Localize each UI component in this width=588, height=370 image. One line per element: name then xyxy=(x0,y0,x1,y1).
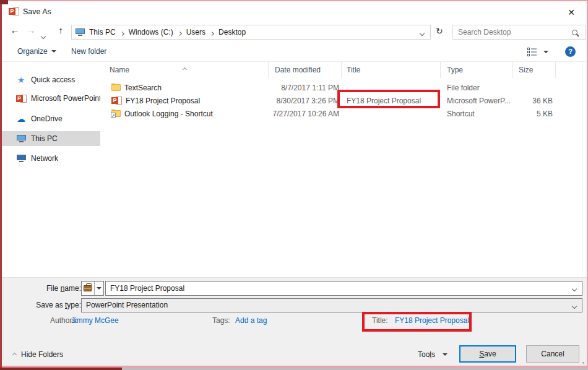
file-name-text: Outlook Logging - Shortcut xyxy=(124,110,213,118)
file-title-cell: FY18 Project Proposal xyxy=(342,97,441,105)
address-dropdown-chevron-icon[interactable] xyxy=(420,27,424,38)
file-date-cell: 8/30/2017 3:26 PM xyxy=(269,97,342,105)
column-header-date-modified[interactable]: Date modified xyxy=(269,62,342,78)
recent-locations-chevron-icon[interactable] xyxy=(41,30,45,41)
save-button[interactable]: Save xyxy=(459,345,516,363)
breadcrumb-separator-icon xyxy=(210,27,214,38)
column-header-title[interactable]: Title xyxy=(342,62,441,78)
sidebar-item-this-pc[interactable]: This PC xyxy=(2,131,100,146)
file-options-panel: File name: Save as type: PowerPoint Pres… xyxy=(2,277,587,366)
file-name-cell: ➚ Outlook Logging - Shortcut xyxy=(100,110,269,118)
metadata-row: Authors: Jimmy McGee Tags: Add a tag Tit… xyxy=(2,316,587,331)
tags-label: Tags: xyxy=(212,316,230,325)
sidebar-item-label: Quick access xyxy=(31,75,75,84)
collapse-icon xyxy=(12,352,17,356)
background-app-edge-left xyxy=(0,0,2,370)
view-list-icon xyxy=(527,48,537,56)
onedrive-icon: ☁ xyxy=(15,114,27,124)
organize-label: Organize xyxy=(17,47,48,56)
file-row-outlook-logging-shortcut[interactable]: ➚ Outlook Logging - Shortcut 7/27/2017 1… xyxy=(100,107,587,120)
organize-button[interactable]: Organize xyxy=(17,47,56,56)
column-header-type[interactable]: Type xyxy=(441,62,512,78)
sidebar-item-label: Microsoft PowerPoint xyxy=(31,94,100,103)
breadcrumb-users[interactable]: Users xyxy=(182,28,210,37)
tools-button[interactable]: Tools xyxy=(418,350,447,359)
folder-icon xyxy=(111,84,121,91)
refresh-icon[interactable]: ↻ xyxy=(436,26,443,36)
forward-icon[interactable]: → xyxy=(24,25,38,35)
breadcrumb-separator-icon xyxy=(121,27,124,38)
breadcrumb-this-pc[interactable]: This PC xyxy=(85,28,120,37)
taskbar-edge-bottom xyxy=(122,368,588,370)
file-size-cell: 36 KB xyxy=(512,97,556,105)
sort-ascending-icon[interactable] xyxy=(183,62,186,74)
save-as-type-value: PowerPoint Presentation xyxy=(86,301,168,309)
search-input[interactable] xyxy=(453,28,572,37)
powerpoint-icon-letter: P xyxy=(9,8,15,15)
file-name-cell: TextSearch xyxy=(100,84,269,92)
organize-dropdown-icon xyxy=(51,50,56,53)
search-icon[interactable] xyxy=(572,30,577,35)
file-type-cell: Microsoft PowerP... xyxy=(441,97,512,105)
file-size-cell: 5 KB xyxy=(512,110,556,118)
dialog-title: Save As xyxy=(23,7,51,16)
sidebar-item-label: This PC xyxy=(31,134,58,143)
file-name-input[interactable] xyxy=(106,282,582,295)
file-row-fy18-project-proposal[interactable]: P FY18 Project Proposal 8/30/2017 3:26 P… xyxy=(100,94,587,107)
window-border-top xyxy=(0,0,588,1)
view-options-dropdown-icon xyxy=(543,51,548,53)
add-a-tag-link[interactable]: Add a tag xyxy=(235,316,267,325)
close-icon[interactable]: ✕ xyxy=(563,6,579,19)
sidebar-item-microsoft-powerpoint[interactable]: P Microsoft PowerPoint xyxy=(2,91,100,106)
title-label: Title: xyxy=(372,316,388,325)
search-box xyxy=(452,25,586,40)
help-icon[interactable]: ? xyxy=(565,46,576,57)
file-name-history-button[interactable] xyxy=(81,281,104,296)
save-as-dialog: P Save As ✕ ← → ↑ This PC Windows (C:) U… xyxy=(0,0,588,370)
navigation-bar: ← → ↑ This PC Windows (C:) Users Desktop… xyxy=(2,22,587,42)
file-name-cell: P FY18 Project Proposal xyxy=(100,96,269,105)
cancel-button[interactable]: Cancel xyxy=(526,345,579,363)
breadcrumb: This PC Windows (C:) Users Desktop xyxy=(71,25,431,40)
back-icon[interactable]: ← xyxy=(8,25,22,35)
hide-folders-button[interactable]: Hide Folders xyxy=(13,350,63,359)
powerpoint-icon: P xyxy=(15,94,27,103)
briefcase-icon xyxy=(84,285,92,291)
file-type-cell: Shortcut xyxy=(441,110,512,118)
save-as-type-label: Save as type: xyxy=(24,301,81,309)
file-name-text: TextSearch xyxy=(124,84,162,92)
shortcut-arrow-icon: ➚ xyxy=(111,113,116,118)
file-name-text: FY18 Project Proposal xyxy=(126,97,200,105)
network-icon xyxy=(15,155,27,162)
file-row-textsearch[interactable]: TextSearch 8/7/2017 1:11 PM File folder xyxy=(100,81,587,94)
quick-access-icon: ★ xyxy=(15,75,27,85)
breadcrumb-desktop[interactable]: Desktop xyxy=(214,28,250,37)
file-name-box xyxy=(105,281,582,296)
view-options-button[interactable] xyxy=(527,48,548,59)
background-app-edge-bottom xyxy=(0,368,122,370)
breadcrumb-separator-icon xyxy=(178,27,181,38)
file-name-label: File name: xyxy=(34,284,81,293)
hide-folders-label: Hide Folders xyxy=(21,350,63,359)
authors-value-link[interactable]: Jimmy McGee xyxy=(71,316,119,325)
file-type-cell: File folder xyxy=(441,84,512,92)
file-name-history-dropdown-icon xyxy=(94,282,103,295)
sidebar-item-label: Network xyxy=(31,154,58,163)
sidebar-item-label: OneDrive xyxy=(31,114,63,123)
new-folder-button[interactable]: New folder xyxy=(71,47,106,56)
sidebar-item-onedrive[interactable]: ☁ OneDrive xyxy=(2,111,100,126)
title-value-link[interactable]: FY18 Project Proposal xyxy=(395,316,469,325)
this-pc-icon xyxy=(15,135,27,142)
column-headers: Name Date modified Title Type Size xyxy=(100,62,587,78)
sidebar-item-quick-access[interactable]: ★ Quick access xyxy=(2,72,100,87)
background-app-corner xyxy=(0,0,8,4)
save-as-type-dropdown[interactable]: PowerPoint Presentation xyxy=(81,298,582,312)
file-date-cell: 8/7/2017 1:11 PM xyxy=(269,84,342,92)
this-pc-icon xyxy=(76,28,85,36)
powerpoint-app-icon: P xyxy=(9,7,19,16)
breadcrumb-windows-c[interactable]: Windows (C:) xyxy=(124,28,178,37)
sidebar-item-network[interactable]: Network xyxy=(2,151,100,166)
column-header-size[interactable]: Size xyxy=(512,62,556,78)
save-as-type-chevron-icon xyxy=(572,304,577,309)
up-icon[interactable]: ↑ xyxy=(54,25,67,35)
